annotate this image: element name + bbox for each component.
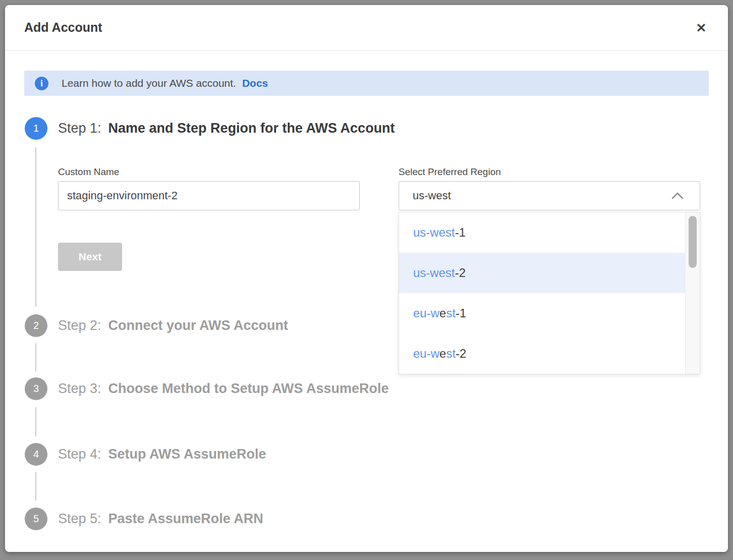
docs-link[interactable]: Docs <box>242 77 268 89</box>
option-match-text: st <box>446 347 456 361</box>
option-text: -2 <box>455 266 466 280</box>
region-option-eu-west-2[interactable]: eu-west-2 <box>399 333 686 374</box>
region-search-input[interactable] <box>413 189 650 202</box>
step-title: Name and Step Region for the AWS Account <box>108 121 395 136</box>
option-text: e <box>439 306 446 320</box>
option-text: -2 <box>456 347 466 361</box>
banner-text: Learn how to add your AWS account. <box>62 77 236 89</box>
option-text: -1 <box>456 306 466 320</box>
step-title: Choose Method to Setup AWS AssumeRole <box>108 381 389 396</box>
close-icon[interactable]: ✕ <box>693 19 710 36</box>
option-text: -1 <box>455 226 466 240</box>
option-match-text: eu-w <box>413 306 439 320</box>
region-option-us-west-2[interactable]: us-west-2 <box>399 253 686 293</box>
step-header-4[interactable]: 4Step 4:Setup AWS AssumeRole <box>25 443 266 466</box>
step-prefix: Step 2: <box>58 318 101 333</box>
step-connector-line <box>35 147 36 307</box>
step-title: Paste AssumeRole ARN <box>108 511 263 526</box>
region-option-us-west-1[interactable]: us-west-1 <box>399 212 686 253</box>
add-account-modal: Add Account ✕ i Learn how to add your AW… <box>5 5 728 552</box>
option-text: e <box>439 347 446 361</box>
step-connector-line <box>35 472 36 501</box>
option-match-text: us-west <box>413 226 455 240</box>
option-match-text: eu-w <box>413 347 439 361</box>
step-number-badge: 2 <box>25 314 47 337</box>
region-label: Select Preferred Region <box>399 166 501 178</box>
step-number-badge: 3 <box>25 377 47 400</box>
step-header-1[interactable]: 1Step 1:Name and Step Region for the AWS… <box>25 117 395 140</box>
step-number-badge: 1 <box>25 117 47 140</box>
step-heading: Step 5:Paste AssumeRole ARN <box>58 511 263 527</box>
chevron-up-icon[interactable] <box>670 191 685 202</box>
step-number-badge: 4 <box>25 443 47 466</box>
step-title: Setup AWS AssumeRole <box>108 446 266 462</box>
step-connector-line <box>35 343 36 371</box>
region-option-eu-west-1[interactable]: eu-west-1 <box>399 293 686 333</box>
step-heading: Step 3:Choose Method to Setup AWS Assume… <box>58 381 389 397</box>
modal-header: Add Account ✕ <box>5 5 728 50</box>
step-heading: Step 1:Name and Step Region for the AWS … <box>58 121 395 136</box>
region-listbox: us-west-1us-west-2eu-west-1eu-west-2 <box>399 212 700 374</box>
scrollbar-track[interactable] <box>685 212 700 374</box>
step-number-badge: 5 <box>25 508 47 530</box>
custom-name-label: Custom Name <box>58 166 119 178</box>
region-combobox[interactable] <box>399 181 700 210</box>
option-match-text: st <box>446 306 456 320</box>
step-prefix: Step 4: <box>58 446 101 462</box>
step-header-3[interactable]: 3Step 3:Choose Method to Setup AWS Assum… <box>25 377 389 400</box>
next-button[interactable]: Next <box>58 243 122 271</box>
docs-info-banner: i Learn how to add your AWS account. Doc… <box>24 71 709 96</box>
step-prefix: Step 5: <box>58 511 101 526</box>
step-connector-line <box>35 407 36 436</box>
step-prefix: Step 3: <box>58 381 101 396</box>
scrollbar-thumb[interactable] <box>689 216 697 268</box>
info-icon: i <box>35 77 48 90</box>
step-heading: Step 2:Connect your AWS Account <box>58 318 288 333</box>
modal-title: Add Account <box>24 20 102 35</box>
custom-name-input[interactable] <box>58 181 360 210</box>
step-heading: Step 4:Setup AWS AssumeRole <box>58 446 266 462</box>
step-title: Connect your AWS Account <box>108 318 289 333</box>
step-prefix: Step 1: <box>58 121 101 136</box>
step-header-2[interactable]: 2Step 2:Connect your AWS Account <box>25 314 288 337</box>
step-header-5[interactable]: 5Step 5:Paste AssumeRole ARN <box>25 508 263 530</box>
option-match-text: us-west <box>413 266 455 280</box>
